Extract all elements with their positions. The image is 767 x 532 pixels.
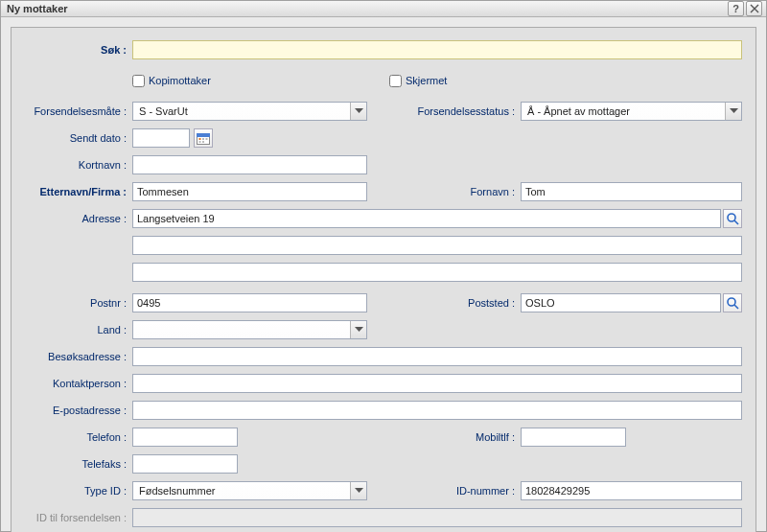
adresse-lookup-button[interactable] (723, 209, 742, 228)
label-id-til-forsendelsen: ID til forsendelsen : (25, 512, 132, 523)
id-til-forsendelsen-input (132, 508, 742, 527)
skjermet-label: Skjermet (406, 75, 447, 86)
skjermet-checkbox[interactable]: Skjermet (389, 75, 447, 87)
skjermet-input[interactable] (389, 75, 402, 87)
svg-rect-2 (199, 138, 201, 140)
epostadresse-input[interactable] (132, 401, 742, 420)
forsendelsesstatus-value: Å - Åpnet av mottager (525, 105, 725, 117)
sendt-dato-input[interactable] (132, 128, 190, 148)
dialog-body: Søk : Kopimottaker Skjermet Forsendelses… (1, 17, 766, 532)
dialog-title: Ny mottaker (7, 3, 726, 14)
poststed-lookup-button[interactable] (723, 293, 742, 312)
type-id-value: Fødselsnummer (137, 485, 350, 497)
label-sendt-dato: Sendt dato : (25, 132, 132, 144)
telefaks-input[interactable] (132, 454, 238, 474)
fornavn-input[interactable] (521, 182, 742, 201)
dialog-window: Ny mottaker ? Søk : Kopimottaker (0, 0, 767, 532)
label-telefaks: Telefaks : (25, 458, 132, 470)
besoksadresse-input[interactable] (132, 347, 742, 366)
label-forsendelsesmate: Forsendelsesmåte : (25, 105, 132, 117)
kontaktperson-input[interactable] (132, 374, 742, 393)
label-forsendelsesstatus: Forsendelsesstatus : (367, 105, 521, 117)
chevron-down-icon (350, 103, 366, 120)
forsendelsesmate-select[interactable]: S - SvarUt (132, 102, 367, 121)
chevron-down-icon (725, 103, 741, 120)
adresse1-input[interactable] (132, 209, 721, 228)
adresse2-input[interactable] (132, 236, 742, 255)
help-icon: ? (732, 3, 739, 14)
poststed-input[interactable] (521, 293, 721, 312)
svg-point-7 (728, 214, 735, 221)
svg-rect-6 (202, 141, 204, 143)
svg-point-9 (728, 298, 735, 306)
kortnavn-input[interactable] (132, 155, 367, 174)
label-poststed: Poststed : (367, 297, 521, 309)
titlebar: Ny mottaker ? (1, 1, 766, 17)
telefon-input[interactable] (132, 428, 238, 447)
label-kortnavn: Kortnavn : (25, 159, 132, 171)
close-icon (750, 4, 759, 13)
svg-rect-3 (202, 138, 204, 140)
mobiltlf-input[interactable] (521, 428, 626, 447)
search-input[interactable] (132, 40, 742, 59)
search-icon (727, 297, 739, 310)
label-telefon: Telefon : (25, 431, 132, 443)
calendar-icon (197, 132, 210, 145)
kopimottaker-checkbox[interactable]: Kopimottaker (132, 75, 367, 87)
label-postnr: Postnr : (25, 297, 132, 309)
label-type-id: Type ID : (25, 485, 132, 497)
close-button[interactable] (746, 1, 762, 16)
land-select[interactable] (132, 320, 367, 339)
date-picker-button[interactable] (194, 128, 213, 148)
svg-line-10 (734, 305, 738, 309)
chevron-down-icon (350, 321, 366, 338)
id-nummer-input[interactable] (521, 481, 742, 500)
label-search: Søk : (25, 44, 132, 56)
help-button[interactable]: ? (728, 1, 744, 16)
label-fornavn: Fornavn : (367, 186, 521, 197)
label-etternavn-firma: Etternavn/Firma : (25, 186, 132, 197)
svg-rect-4 (206, 138, 208, 140)
forsendelsesstatus-select[interactable]: Å - Åpnet av mottager (521, 102, 742, 121)
label-epostadresse: E-postadresse : (25, 405, 132, 416)
search-icon (727, 213, 739, 225)
svg-rect-5 (199, 141, 201, 143)
label-mobiltlf: Mobiltlf : (367, 431, 521, 443)
label-kontaktperson: Kontaktperson : (25, 378, 132, 389)
svg-line-8 (734, 220, 738, 224)
label-besoksadresse: Besøksadresse : (25, 351, 132, 362)
postnr-input[interactable] (132, 293, 367, 312)
kopimottaker-label: Kopimottaker (149, 75, 211, 86)
label-id-nummer: ID-nummer : (367, 485, 521, 497)
kopimottaker-input[interactable] (132, 75, 145, 87)
chevron-down-icon (350, 482, 366, 499)
etternavn-firma-input[interactable] (132, 182, 367, 201)
label-adresse: Adresse : (25, 213, 132, 224)
type-id-select[interactable]: Fødselsnummer (132, 481, 367, 500)
svg-rect-1 (198, 133, 210, 136)
adresse3-input[interactable] (132, 263, 742, 282)
label-land: Land : (25, 324, 132, 335)
forsendelsesmate-value: S - SvarUt (137, 105, 350, 117)
form-panel: Søk : Kopimottaker Skjermet Forsendelses… (11, 27, 756, 532)
